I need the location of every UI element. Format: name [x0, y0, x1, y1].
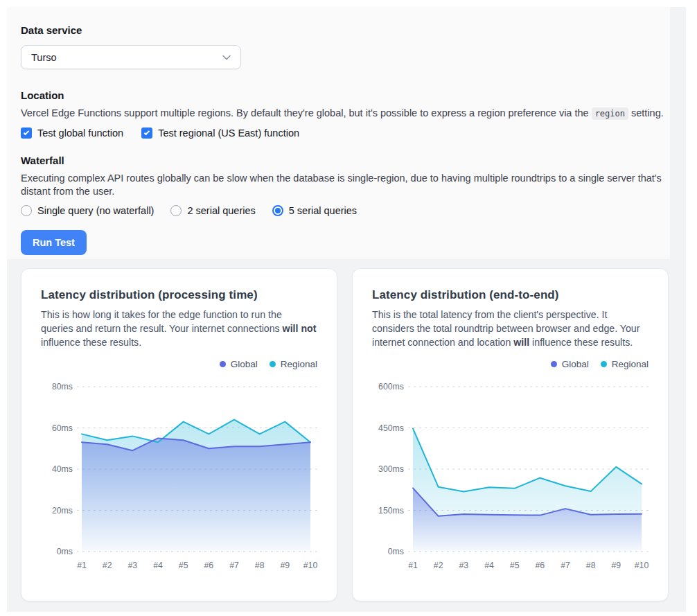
- legend-item-global: Global: [220, 359, 258, 369]
- chevron-down-icon: [222, 55, 231, 60]
- location-heading: Location: [21, 89, 672, 102]
- legend-label: Regional: [281, 359, 317, 369]
- y-axis-tick-label: 150ms: [378, 506, 404, 516]
- legend-dot-icon: [601, 361, 607, 367]
- y-axis-tick-label: 80ms: [52, 382, 73, 391]
- chart-description-tail: influence these results.: [41, 337, 141, 348]
- legend-dot-icon: [270, 361, 276, 367]
- scrollbar-track[interactable]: [670, 7, 686, 610]
- x-axis-tick-label: #6: [204, 561, 213, 570]
- latency-chart-end-to-end: 0ms150ms300ms450ms600ms#1#2#3#4#5#6#7#8#…: [372, 373, 650, 579]
- run-test-button[interactable]: Run Test: [21, 230, 87, 255]
- charts-section: Latency distribution (processing time) T…: [7, 259, 686, 612]
- x-axis-tick-label: #2: [103, 561, 112, 570]
- data-service-select-value: Turso: [31, 52, 57, 63]
- chart-description-bold: will not: [283, 323, 317, 334]
- chart-description: This is the total latency from the clien…: [372, 308, 648, 350]
- app-panel: Data service Turso Location Vercel Edge …: [7, 7, 686, 610]
- y-axis-tick-label: 600ms: [378, 382, 404, 391]
- waterfall-heading: Waterfall: [21, 155, 672, 167]
- checkbox-box[interactable]: [141, 127, 152, 139]
- x-axis-tick-label: #6: [535, 561, 545, 570]
- legend-label: Global: [562, 359, 589, 369]
- x-axis-tick-label: #10: [635, 561, 649, 570]
- radio-circle[interactable]: [170, 205, 182, 216]
- radio-label: 2 serial queries: [187, 205, 255, 216]
- radio-label: Single query (no waterfall): [37, 205, 154, 216]
- y-axis-tick-label: 20ms: [52, 506, 73, 516]
- x-axis-tick-label: #10: [303, 561, 318, 570]
- chart-card-end-to-end: Latency distribution (end-to-end) This i…: [352, 268, 669, 601]
- waterfall-description: Executing complex API routes globally ca…: [21, 172, 669, 199]
- radio-circle[interactable]: [21, 205, 32, 216]
- chart-title: Latency distribution (processing time): [41, 288, 317, 303]
- radio-circle[interactable]: [272, 205, 283, 216]
- x-axis-tick-label: #8: [255, 561, 265, 570]
- chart-description-bold: will: [513, 337, 529, 348]
- x-axis-tick-label: #7: [561, 561, 570, 570]
- checkbox-test-global-function[interactable]: Test global function: [21, 127, 123, 139]
- x-axis-tick-label: #4: [153, 561, 163, 570]
- chart-title: Latency distribution (end-to-end): [372, 288, 649, 303]
- x-axis-tick-label: #5: [179, 561, 188, 570]
- data-service-heading: Data service: [21, 24, 672, 37]
- data-service-select[interactable]: Turso: [21, 45, 241, 69]
- checkbox-label: Test regional (US East) function: [158, 127, 299, 139]
- x-axis-tick-label: #8: [586, 561, 596, 570]
- y-axis-tick-label: 0ms: [57, 547, 73, 556]
- y-axis-tick-label: 450ms: [378, 423, 404, 433]
- radio-2-serial-queries[interactable]: 2 serial queries: [170, 205, 255, 216]
- y-axis-tick-label: 300ms: [378, 464, 404, 474]
- legend-dot-icon: [551, 361, 557, 367]
- x-axis-tick-label: #9: [611, 561, 621, 570]
- chart-legend: GlobalRegional: [41, 358, 317, 369]
- chart-description-tail: influence these results.: [529, 337, 633, 348]
- chart-description: This is how long it takes for the edge f…: [41, 308, 317, 350]
- chart-card-processing-time: Latency distribution (processing time) T…: [21, 268, 337, 601]
- checkbox-test-regional-function[interactable]: Test regional (US East) function: [141, 127, 299, 139]
- x-axis-tick-label: #1: [408, 561, 418, 570]
- location-checkbox-row: Test global function Test regional (US E…: [21, 127, 672, 139]
- legend-dot-icon: [220, 361, 226, 367]
- legend-item-global: Global: [551, 359, 589, 369]
- y-axis-tick-label: 60ms: [52, 423, 73, 433]
- legend-item-regional: Regional: [601, 359, 649, 369]
- y-axis-tick-label: 0ms: [388, 547, 404, 556]
- series-area-global: [82, 439, 310, 552]
- check-icon: [24, 129, 29, 134]
- location-description-text: Vercel Edge Functions support multiple r…: [21, 107, 592, 118]
- chart-description-text: This is how long it takes for the edge f…: [41, 309, 283, 334]
- check-icon: [144, 129, 150, 134]
- x-axis-tick-label: #4: [484, 561, 494, 570]
- x-axis-tick-label: #1: [77, 561, 87, 570]
- chart-legend: GlobalRegional: [372, 358, 649, 369]
- x-axis-tick-label: #2: [434, 561, 443, 570]
- x-axis-tick-label: #3: [459, 561, 468, 570]
- x-axis-tick-label: #5: [510, 561, 520, 570]
- x-axis-tick-label: #9: [280, 561, 290, 570]
- checkbox-label: Test global function: [37, 127, 123, 139]
- location-description: Vercel Edge Functions support multiple r…: [21, 107, 672, 121]
- y-axis-tick-label: 40ms: [52, 464, 73, 474]
- location-description-tail: setting.: [628, 107, 664, 118]
- radio-single-query[interactable]: Single query (no waterfall): [21, 205, 154, 216]
- x-axis-tick-label: #3: [127, 561, 137, 570]
- legend-label: Regional: [612, 359, 649, 369]
- legend-label: Global: [231, 359, 258, 369]
- x-axis-tick-label: #7: [229, 561, 239, 570]
- checkbox-box[interactable]: [21, 127, 32, 139]
- radio-5-serial-queries[interactable]: 5 serial queries: [272, 205, 357, 216]
- latency-chart-processing: 0ms20ms40ms60ms80ms#1#2#3#4#5#6#7#8#9#10: [41, 373, 319, 579]
- region-code-chip: region: [592, 107, 628, 120]
- legend-item-regional: Regional: [270, 359, 317, 369]
- radio-label: 5 serial queries: [289, 205, 357, 216]
- test-config-form: Data service Turso Location Vercel Edge …: [7, 7, 686, 255]
- waterfall-radio-row: Single query (no waterfall) 2 serial que…: [21, 205, 672, 216]
